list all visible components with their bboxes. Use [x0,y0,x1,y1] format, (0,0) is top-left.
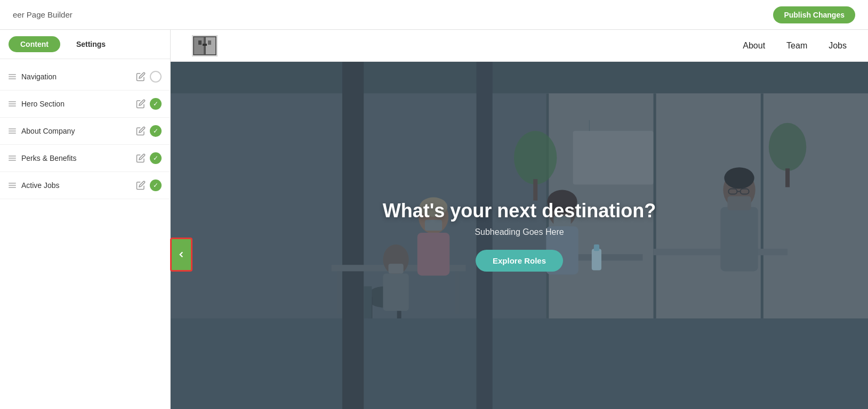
svg-rect-3 [198,40,202,45]
top-bar: eer Page Builder Publish Changes [0,0,868,30]
sidebar-tabs: Content Settings [0,30,170,59]
check-icon-active-jobs: ✓ [150,179,162,191]
hero-section-item-icons: ✓ [136,98,162,110]
edit-icon-hero-section[interactable] [136,99,146,109]
hero-content: What's your next destination? Subheading… [383,200,656,272]
sidebar-item-active-jobs[interactable]: Active Jobs ✓ [0,172,170,199]
explore-roles-button[interactable]: Explore Roles [476,250,563,272]
active-jobs-item-label: Active Jobs [21,181,131,190]
edit-icon-perks-benefits[interactable] [136,153,146,163]
svg-rect-2 [206,37,215,54]
sidebar: Content Settings Navigation [0,30,171,409]
hero-section: What's your next destination? Subheading… [171,62,868,409]
content-tab[interactable]: Content [9,36,60,52]
sidebar-item-navigation[interactable]: Navigation [0,63,170,91]
preview-nav: About Team Jobs [171,30,868,62]
nav-link-jobs[interactable]: Jobs [829,41,847,51]
about-company-item-label: About Company [21,127,131,135]
page-builder-title: eer Page Builder [13,10,73,19]
preview-nav-links: About Team Jobs [743,41,847,51]
about-company-item-icons: ✓ [136,125,162,137]
sidebar-items-list: Navigation Hero Section [0,59,170,203]
sidebar-item-about-company[interactable]: About Company ✓ [0,118,170,145]
svg-rect-4 [208,40,211,45]
perks-benefits-item-label: Perks & Benefits [21,154,131,162]
drag-handle-perks-benefits[interactable] [9,156,16,161]
preview-area: About Team Jobs [171,30,868,409]
active-jobs-item-icons: ✓ [136,179,162,191]
settings-tab[interactable]: Settings [65,36,117,52]
check-icon-navigation [150,71,162,83]
preview-logo [192,35,218,56]
svg-rect-5 [203,44,207,46]
main-layout: Content Settings Navigation [0,30,868,409]
sidebar-item-perks-benefits[interactable]: Perks & Benefits ✓ [0,145,170,172]
drag-handle-hero-section[interactable] [9,101,16,107]
edit-icon-active-jobs[interactable] [136,181,146,190]
check-icon-hero-section: ✓ [150,98,162,110]
svg-rect-1 [194,37,204,54]
publish-changes-button[interactable]: Publish Changes [773,6,855,23]
navigation-item-label: Navigation [21,72,131,81]
drag-handle-active-jobs[interactable] [9,183,16,188]
hero-subheading: Subheading Goes Here [383,227,656,237]
nav-link-about[interactable]: About [743,41,765,51]
navigation-item-icons [136,71,162,83]
check-icon-perks-benefits: ✓ [150,152,162,164]
hero-heading: What's your next destination? [383,200,656,222]
edit-icon-about-company[interactable] [136,126,146,136]
edit-icon-navigation[interactable] [136,72,146,81]
perks-benefits-item-icons: ✓ [136,152,162,164]
drag-handle-navigation[interactable] [9,74,16,79]
top-bar-left: eer Page Builder [13,10,73,19]
check-icon-about-company: ✓ [150,125,162,137]
drag-handle-about-company[interactable] [9,128,16,134]
nav-link-team[interactable]: Team [786,41,807,51]
hero-section-item-label: Hero Section [21,100,131,108]
sidebar-item-hero-section[interactable]: Hero Section ✓ [0,91,170,118]
